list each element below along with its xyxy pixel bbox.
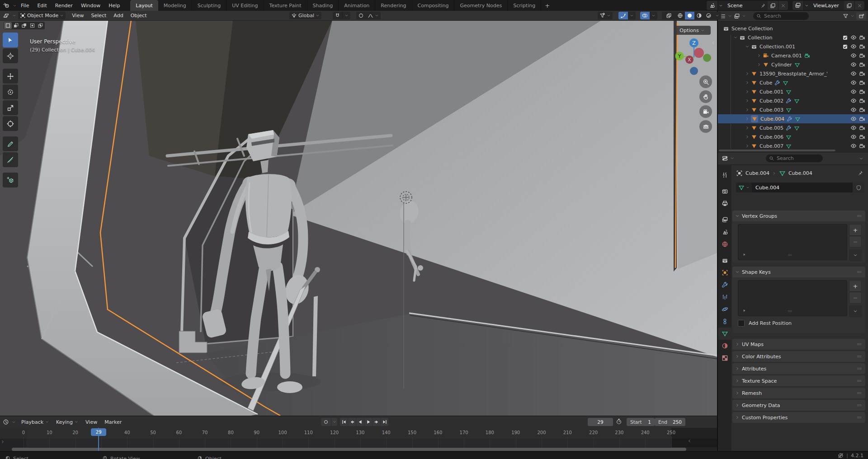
- disclosure-right-icon[interactable]: [745, 89, 750, 94]
- panel-header-custom-properties[interactable]: Custom Properties: [732, 412, 865, 423]
- viewport-menu-select[interactable]: Select: [87, 13, 110, 19]
- properties-tab-scene[interactable]: [718, 226, 731, 238]
- transform-orientation-dropdown[interactable]: Global: [289, 12, 321, 19]
- tool-transform[interactable]: [3, 116, 18, 131]
- vertex-group-specials-button[interactable]: [849, 249, 862, 261]
- properties-tab-world[interactable]: [718, 238, 731, 250]
- timeline-menu-marker[interactable]: Marker: [101, 419, 125, 425]
- disable-render-icon[interactable]: [859, 70, 865, 77]
- navigation-gizmo[interactable]: Z Y X: [672, 36, 714, 78]
- viewport-menu-object[interactable]: Object: [127, 13, 151, 19]
- properties-tab-material[interactable]: [718, 340, 731, 352]
- shading-material-button[interactable]: [694, 12, 704, 19]
- outliner-row-collection[interactable]: Collection: [718, 33, 868, 42]
- datablock-name-input[interactable]: [752, 183, 853, 192]
- editor-type-3d-viewport-icon[interactable]: [0, 12, 12, 19]
- chevron-down-icon[interactable]: [12, 420, 16, 424]
- panel-grip-icon[interactable]: [856, 414, 863, 421]
- timeline-scrollbar[interactable]: [12, 448, 686, 451]
- remove-vertex-group-button[interactable]: −: [849, 236, 862, 248]
- disable-render-icon[interactable]: [859, 98, 865, 104]
- pan-hand-icon[interactable]: [699, 90, 712, 103]
- tool-rotate[interactable]: [3, 84, 18, 99]
- frame-start-field[interactable]: Start 1: [627, 418, 655, 426]
- add-vertex-group-button[interactable]: +: [849, 224, 862, 236]
- transport-play-reverse-button[interactable]: [356, 418, 364, 426]
- select-mode-extend[interactable]: [12, 22, 20, 29]
- properties-tab-particles[interactable]: [718, 291, 731, 303]
- hide-eye-icon[interactable]: [850, 98, 857, 104]
- properties-search-input[interactable]: [776, 155, 814, 162]
- viewport-menu-view[interactable]: View: [68, 13, 87, 19]
- panel-grip-icon[interactable]: [856, 213, 863, 219]
- properties-tab-modifiers[interactable]: [718, 279, 731, 291]
- select-mode-intersect[interactable]: [37, 22, 44, 29]
- chevron-down-icon[interactable]: [730, 156, 734, 160]
- shape-keys-list[interactable]: [738, 280, 847, 316]
- panel-grip-icon[interactable]: [856, 353, 863, 360]
- disable-render-icon[interactable]: [859, 143, 865, 149]
- disable-render-icon[interactable]: [859, 34, 865, 41]
- timeline-menu-view[interactable]: View: [82, 419, 101, 425]
- gizmo-icon[interactable]: [620, 13, 626, 19]
- fake-user-shield-button[interactable]: [853, 183, 864, 192]
- xray-toggle[interactable]: [662, 12, 675, 19]
- properties-tab-output[interactable]: [718, 197, 731, 210]
- shape-key-specials-button[interactable]: [849, 305, 862, 317]
- panel-header-attributes[interactable]: Attributes: [732, 363, 865, 374]
- remove-view-layer-button[interactable]: [855, 1, 864, 10]
- outliner-row-cube-001[interactable]: Cube.001: [718, 87, 868, 96]
- menu-render[interactable]: Render: [51, 3, 77, 9]
- workspace-tab-animation[interactable]: Animation: [339, 0, 375, 11]
- viewport-canvas[interactable]: User Perspective (29) Collection | Cube.…: [0, 20, 717, 416]
- disable-render-icon[interactable]: [859, 125, 865, 131]
- panel-grip-icon[interactable]: [856, 269, 863, 275]
- offline-mode-icon[interactable]: [838, 453, 844, 459]
- view-layer-selector[interactable]: ViewLayer: [793, 1, 864, 10]
- transport-jump-start-button[interactable]: [340, 418, 348, 426]
- disclosure-down-icon[interactable]: [745, 44, 750, 49]
- workspace-tab-uv-editing[interactable]: UV Editing: [226, 0, 264, 11]
- new-collection-button[interactable]: [856, 12, 866, 20]
- gizmos-toggle-group[interactable]: [618, 12, 636, 19]
- chevron-down-icon[interactable]: [850, 14, 854, 18]
- expand-panel-icon[interactable]: [0, 440, 5, 444]
- disclosure-right-icon[interactable]: [745, 135, 750, 139]
- view-layer-icon[interactable]: [793, 1, 804, 10]
- disable-render-icon[interactable]: [859, 80, 865, 86]
- outliner-search[interactable]: [753, 12, 809, 20]
- hide-eye-icon[interactable]: [850, 116, 857, 122]
- disclosure-right-icon[interactable]: [745, 126, 750, 130]
- tool-cursor[interactable]: [3, 48, 18, 63]
- transport-play-button[interactable]: [364, 418, 372, 426]
- proportional-editing-group[interactable]: [356, 12, 381, 19]
- hide-eye-icon[interactable]: [850, 89, 857, 95]
- outliner-row-cylinder[interactable]: Cylinder: [718, 60, 868, 69]
- outliner-row-cube-002[interactable]: Cube.002: [718, 96, 868, 105]
- timeline-menu-keying[interactable]: Keying: [52, 419, 82, 425]
- mode-dropdown[interactable]: Object Mode: [18, 12, 66, 19]
- exclude-checkbox-icon[interactable]: [842, 44, 848, 50]
- vertex-groups-list[interactable]: [738, 224, 847, 260]
- new-scene-button[interactable]: [768, 1, 778, 10]
- panel-grip-icon[interactable]: [856, 402, 863, 408]
- tool-measure[interactable]: [3, 152, 18, 167]
- list-filter-toggle-icon[interactable]: [742, 308, 747, 313]
- pin-icon[interactable]: [758, 3, 768, 9]
- hide-eye-icon[interactable]: [850, 134, 857, 140]
- scene-selector[interactable]: Scene: [707, 1, 788, 10]
- panel-grip-icon[interactable]: [856, 341, 863, 347]
- select-mode-set[interactable]: [4, 22, 12, 29]
- falloff-curve-icon[interactable]: [368, 13, 373, 19]
- tool-add-cube[interactable]: [3, 173, 18, 187]
- hide-eye-icon[interactable]: [850, 43, 857, 50]
- transport-key-prev-button[interactable]: [348, 418, 356, 426]
- outliner-row-cube-003[interactable]: Cube.003: [718, 105, 868, 114]
- properties-tab-tool[interactable]: [718, 169, 731, 181]
- chevron-down-icon[interactable]: [630, 14, 634, 18]
- add-workspace-button[interactable]: +: [541, 2, 553, 9]
- outliner-scrollbar[interactable]: [719, 150, 835, 151]
- panel-grip-icon[interactable]: [856, 390, 863, 396]
- panel-header-shape-keys[interactable]: Shape Keys: [732, 267, 865, 277]
- tool-scale[interactable]: [3, 100, 18, 115]
